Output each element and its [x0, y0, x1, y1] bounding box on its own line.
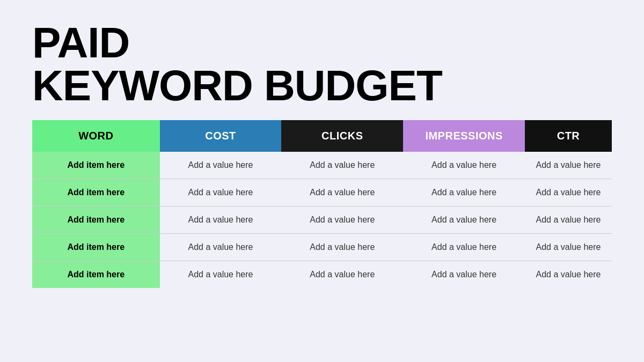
- cell-impressions[interactable]: Add a value here: [403, 234, 525, 261]
- cell-clicks[interactable]: Add a value here: [281, 179, 403, 206]
- cell-word[interactable]: Add item here: [32, 179, 160, 206]
- header-impressions: IMPRESSIONS: [403, 120, 525, 152]
- cell-cost[interactable]: Add a value here: [160, 261, 282, 289]
- table-row: Add item hereAdd a value hereAdd a value…: [32, 261, 612, 289]
- cell-ctr[interactable]: Add a value here: [525, 179, 612, 206]
- cell-cost[interactable]: Add a value here: [160, 152, 282, 179]
- cell-ctr[interactable]: Add a value here: [525, 206, 612, 234]
- table-row: Add item hereAdd a value hereAdd a value…: [32, 206, 612, 234]
- table-row: Add item hereAdd a value hereAdd a value…: [32, 152, 612, 179]
- table-row: Add item hereAdd a value hereAdd a value…: [32, 234, 612, 261]
- cell-word[interactable]: Add item here: [32, 152, 160, 179]
- cell-clicks[interactable]: Add a value here: [281, 152, 403, 179]
- header-cost: COST: [160, 120, 282, 152]
- title-section: PAID KEYWORD BUDGET: [32, 21, 612, 107]
- title-line1: PAID: [32, 21, 612, 64]
- header-clicks: CLICKS: [281, 120, 403, 152]
- cell-impressions[interactable]: Add a value here: [403, 206, 525, 234]
- table-row: Add item hereAdd a value hereAdd a value…: [32, 179, 612, 206]
- cell-ctr[interactable]: Add a value here: [525, 234, 612, 261]
- cell-clicks[interactable]: Add a value here: [281, 261, 403, 289]
- header-word: WORD: [32, 120, 160, 152]
- cell-cost[interactable]: Add a value here: [160, 179, 282, 206]
- cell-cost[interactable]: Add a value here: [160, 234, 282, 261]
- cell-impressions[interactable]: Add a value here: [403, 152, 525, 179]
- keyword-budget-table: WORD COST CLICKS IMPRESSIONS CTR Add ite…: [32, 120, 612, 288]
- cell-word[interactable]: Add item here: [32, 261, 160, 289]
- table-container: WORD COST CLICKS IMPRESSIONS CTR Add ite…: [32, 120, 612, 346]
- cell-impressions[interactable]: Add a value here: [403, 261, 525, 289]
- cell-ctr[interactable]: Add a value here: [525, 261, 612, 289]
- cell-ctr[interactable]: Add a value here: [525, 152, 612, 179]
- title-line2: KEYWORD BUDGET: [32, 64, 612, 107]
- cell-word[interactable]: Add item here: [32, 206, 160, 234]
- cell-word[interactable]: Add item here: [32, 234, 160, 261]
- header-ctr: CTR: [525, 120, 612, 152]
- cell-impressions[interactable]: Add a value here: [403, 179, 525, 206]
- cell-clicks[interactable]: Add a value here: [281, 234, 403, 261]
- table-header-row: WORD COST CLICKS IMPRESSIONS CTR: [32, 120, 612, 152]
- cell-cost[interactable]: Add a value here: [160, 206, 282, 234]
- cell-clicks[interactable]: Add a value here: [281, 206, 403, 234]
